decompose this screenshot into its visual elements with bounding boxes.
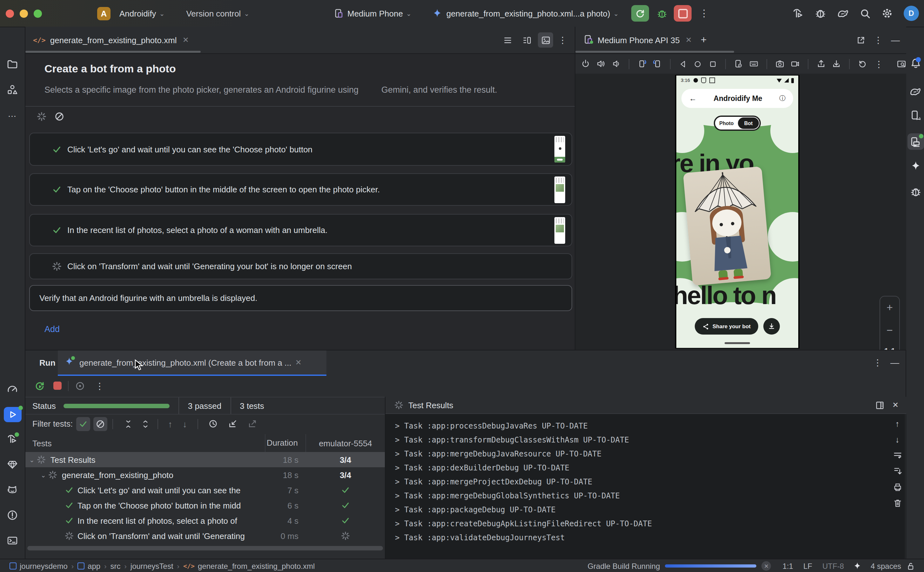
panel-options-icon[interactable]: ⋮ bbox=[874, 35, 883, 45]
console-output[interactable]: > Task :app:processDebugJavaRes UP-TO-DA… bbox=[386, 414, 898, 559]
minimize-panel-icon[interactable]: — bbox=[891, 35, 900, 45]
tab-medium-phone-api-35[interactable]: Medium Phone API 35 ✕ + bbox=[583, 34, 707, 46]
rotate-right-icon[interactable] bbox=[653, 59, 662, 68]
scroll-to-end-icon[interactable] bbox=[893, 466, 902, 476]
search-icon[interactable] bbox=[860, 8, 871, 19]
sidebar-item-app-quality-insights[interactable] bbox=[0, 459, 25, 470]
collapse-all-button[interactable] bbox=[138, 417, 152, 431]
virtual-keyboard-icon[interactable] bbox=[749, 59, 758, 68]
close-console-icon[interactable]: ✕ bbox=[892, 401, 899, 409]
breadcrumb-item[interactable]: journeysdemo bbox=[20, 561, 68, 570]
test-row-suite[interactable]: ⌄ generate_from_existing_photo 18 s 3/4 bbox=[25, 467, 385, 482]
view-mode-code-button[interactable] bbox=[500, 33, 515, 48]
sidebar-item-profiler[interactable] bbox=[0, 384, 25, 395]
tab-generate-from-existing-photo[interactable]: </> generate_from_existing_photo.xml ✕ bbox=[33, 26, 189, 53]
line-ending[interactable]: LF bbox=[803, 561, 812, 570]
test-row[interactable]: Click 'Let's go' and wait until you can … bbox=[25, 482, 385, 498]
view-mode-design-button[interactable] bbox=[538, 33, 553, 48]
breadcrumb-item[interactable]: generate_from_existing_photo.xml bbox=[198, 561, 315, 570]
run-tab[interactable]: generate_from_existing_photo.xml (Create… bbox=[58, 350, 327, 376]
minimize-window-button[interactable] bbox=[20, 9, 28, 17]
test-row-root[interactable]: ⌄ Test Results 18 s 3/4 bbox=[25, 452, 385, 467]
breadcrumb-item[interactable]: journeysTest bbox=[131, 561, 173, 570]
android-back-icon[interactable] bbox=[679, 59, 688, 68]
back-arrow-icon[interactable]: ← bbox=[689, 94, 697, 103]
file-encoding[interactable]: UTF-8 bbox=[822, 561, 844, 570]
sidebar-item-terminal[interactable] bbox=[0, 535, 25, 546]
test-row[interactable]: Click on 'Transform' and wait until 'Gen… bbox=[25, 528, 385, 543]
journey-description[interactable]: Selects a specific image from the photo … bbox=[44, 85, 497, 95]
sidebar-item-problems[interactable] bbox=[0, 510, 25, 521]
journey-step-3[interactable]: In the recent list of photos, select a p… bbox=[29, 214, 572, 246]
rerun-icon[interactable] bbox=[34, 380, 45, 391]
close-window-button[interactable] bbox=[6, 9, 14, 17]
clear-console-icon[interactable] bbox=[893, 498, 902, 508]
sidebar-item-app-inspection[interactable] bbox=[906, 186, 924, 197]
sidebar-item-gemini[interactable] bbox=[906, 161, 924, 172]
sidebar-item-project[interactable] bbox=[0, 59, 25, 70]
column-duration[interactable]: Duration bbox=[265, 434, 305, 452]
column-device[interactable]: emulator-5554 bbox=[305, 434, 385, 452]
soft-wrap-icon[interactable] bbox=[893, 451, 902, 460]
emulator-screen[interactable]: 3:16 bbox=[675, 75, 800, 348]
sidebar-item-device-manager[interactable] bbox=[906, 110, 924, 121]
bot-result-card[interactable] bbox=[683, 166, 771, 286]
gradle-build-status[interactable]: Gradle Build Running bbox=[587, 561, 660, 570]
chevron-down-icon[interactable]: ⌄ bbox=[40, 471, 46, 478]
test-row[interactable]: Tap on the 'Choose photo' button in the … bbox=[25, 498, 385, 513]
sidebar-item-notifications[interactable] bbox=[906, 58, 924, 71]
journey-step-1[interactable]: Click 'Let's go' and wait until you can … bbox=[29, 133, 572, 166]
device-more-icon[interactable]: ⋮ bbox=[874, 59, 884, 69]
sidebar-item-gradle[interactable] bbox=[906, 86, 924, 98]
journey-step-2[interactable]: Tap on the 'Choose photo' button in the … bbox=[29, 173, 572, 206]
show-passed-toggle[interactable] bbox=[76, 417, 90, 431]
expand-all-button[interactable] bbox=[121, 417, 135, 431]
sidebar-item-run[interactable] bbox=[0, 407, 25, 422]
build-run-hammer-icon[interactable] bbox=[793, 8, 804, 19]
download-bot-button[interactable] bbox=[763, 318, 780, 334]
share-your-bot-button[interactable]: Share your bot bbox=[695, 318, 758, 334]
close-tab-icon[interactable]: ✕ bbox=[295, 358, 302, 367]
export-results-icon[interactable] bbox=[247, 419, 257, 429]
sidebar-item-running-devices[interactable] bbox=[906, 133, 924, 150]
add-step-button[interactable]: Add bbox=[44, 325, 60, 334]
caret-position[interactable]: 1:1 bbox=[783, 561, 793, 570]
maximize-window-button[interactable] bbox=[34, 9, 42, 17]
breadcrumb-item[interactable]: app bbox=[88, 561, 100, 570]
screen-zoom-icon[interactable] bbox=[897, 59, 906, 69]
sidebar-item-logcat[interactable] bbox=[0, 484, 25, 495]
more-actions-icon[interactable]: ⋮ bbox=[95, 381, 104, 391]
rotate-left-icon[interactable] bbox=[638, 59, 647, 68]
debug-icon[interactable] bbox=[656, 8, 667, 19]
stop-icon[interactable] bbox=[53, 382, 62, 390]
more-actions-icon[interactable]: ⋮ bbox=[699, 8, 709, 19]
reset-icon[interactable] bbox=[858, 59, 867, 68]
console-layout-icon[interactable] bbox=[875, 400, 885, 410]
sidebar-item-resource-manager[interactable] bbox=[0, 84, 25, 95]
zoom-out-icon[interactable]: − bbox=[887, 324, 893, 337]
sidebar-item-build[interactable] bbox=[0, 434, 25, 446]
sidebar-item-more-tools[interactable]: … bbox=[0, 109, 25, 119]
show-ignored-toggle[interactable] bbox=[93, 417, 107, 431]
device-tab-scrollbar[interactable] bbox=[576, 51, 734, 53]
device-selector[interactable]: Medium Phone⌄ bbox=[344, 5, 415, 22]
step-screenshot-thumbnail[interactable] bbox=[554, 176, 565, 203]
avatar[interactable]: D bbox=[904, 6, 919, 21]
scroll-down-icon[interactable]: ↓ bbox=[895, 435, 899, 445]
panel-options-icon[interactable]: ⋮ bbox=[873, 358, 882, 368]
android-home-icon[interactable] bbox=[694, 59, 702, 68]
tab-scrollbar[interactable] bbox=[25, 51, 201, 53]
step-screenshot-thumbnail[interactable] bbox=[554, 217, 565, 244]
attach-debugger-icon[interactable] bbox=[815, 8, 826, 19]
test-row[interactable]: In the recent list of photos, select a p… bbox=[25, 513, 385, 528]
rerun-button[interactable] bbox=[631, 5, 649, 22]
stop-run-icon[interactable] bbox=[54, 112, 64, 121]
settings-gear-icon[interactable] bbox=[882, 8, 893, 19]
device-settings-icon[interactable] bbox=[734, 59, 743, 68]
scroll-up-icon[interactable]: ↑ bbox=[895, 419, 899, 429]
indent-setting[interactable]: 4 spaces bbox=[871, 561, 901, 570]
info-icon[interactable]: ⓘ bbox=[779, 94, 786, 103]
next-failed-icon[interactable]: ↓ bbox=[183, 419, 187, 429]
volume-up-icon[interactable] bbox=[596, 59, 605, 68]
column-tests[interactable]: Tests bbox=[25, 438, 265, 448]
